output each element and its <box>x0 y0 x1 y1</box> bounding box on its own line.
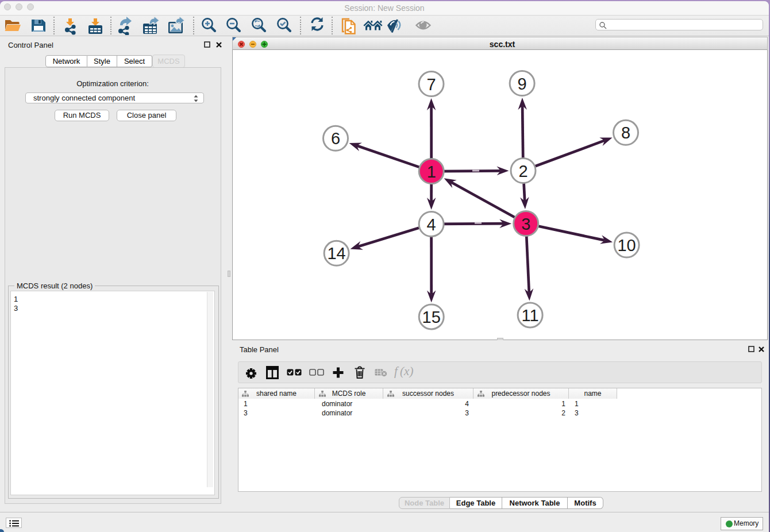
svg-text:10: 10 <box>617 236 636 255</box>
svg-text:1: 1 <box>427 163 436 181</box>
svg-text:9: 9 <box>518 75 527 93</box>
svg-text:6: 6 <box>331 129 340 148</box>
svg-text:3: 3 <box>521 215 530 233</box>
svg-text:7: 7 <box>426 75 436 94</box>
svg-text:2: 2 <box>518 162 528 180</box>
svg-text:8: 8 <box>621 124 630 142</box>
svg-text:14: 14 <box>327 244 345 263</box>
svg-text:11: 11 <box>522 306 539 325</box>
svg-text:15: 15 <box>422 308 441 326</box>
svg-text:4: 4 <box>427 215 436 234</box>
